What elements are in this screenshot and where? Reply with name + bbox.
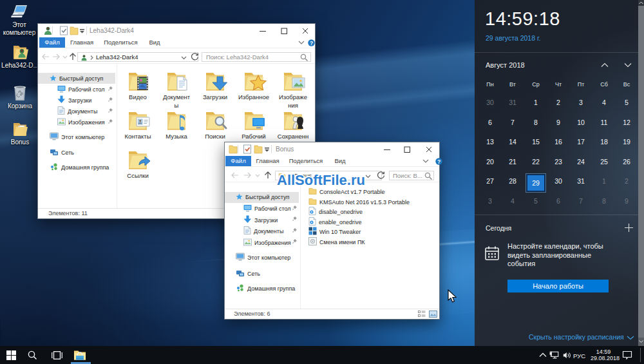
svg-text:?: ? xyxy=(437,158,440,165)
svg-text:?: ? xyxy=(310,40,313,46)
